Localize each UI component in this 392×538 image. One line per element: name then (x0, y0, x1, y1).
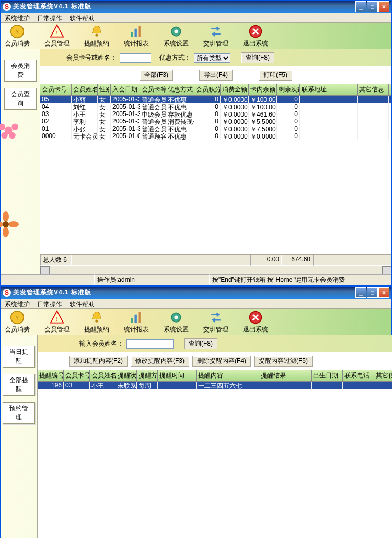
svg-rect-6 (135, 28, 137, 37)
print-button[interactable]: 打印(F5) (259, 70, 292, 81)
tb-shift[interactable]: 交班管理 (203, 310, 228, 334)
app-logo-icon: S (3, 289, 11, 297)
side-consume[interactable]: 会员消费 (4, 60, 37, 82)
table-row[interactable]: 01小张女2005-01-31普通会员不优惠0￥0.00000￥7.500000 (40, 125, 391, 132)
card-input[interactable] (120, 53, 151, 63)
table-row[interactable]: 04刘红女2005-01-31普通会员不优惠0￥0.00000￥100.0000… (40, 103, 391, 110)
gear-icon (169, 24, 183, 39)
query-button[interactable]: 查询(F8) (241, 52, 274, 63)
menu-help[interactable]: 软件帮助 (67, 300, 97, 307)
tb-remind[interactable]: 提醒预约 (84, 24, 109, 48)
close-button[interactable]: × (378, 287, 389, 298)
toolbar: ¥会员消费 !会员管理 提醒预约 统计报表 系统设置 交班管理 退出系统 (1, 309, 391, 335)
swap-icon (209, 24, 223, 39)
svg-rect-28 (139, 312, 141, 323)
menubar: 系统维护 日常操作 软件帮助 (1, 13, 391, 23)
sidebar: 当日提醒 全部提醒 预约管理 (1, 335, 37, 538)
window-title: 美发管理系统V4.1 标准版 (13, 2, 355, 11)
svg-point-13 (11, 124, 18, 131)
add-remind-button[interactable]: 添加提醒内容(F2) (69, 356, 128, 367)
close-button[interactable]: × (378, 1, 389, 12)
menu-daily[interactable]: 日常操作 (35, 14, 64, 21)
discount-select[interactable]: 所有类型 (194, 53, 230, 63)
menu-system[interactable]: 系统维护 (3, 14, 32, 21)
tb-shift[interactable]: 交班管理 (203, 24, 228, 48)
grid-body[interactable]: 05小丽女2005-01-31普通会员不优惠0￥0.00000￥100.0000… (40, 96, 391, 254)
maximize-button[interactable]: □ (367, 287, 378, 298)
exit-icon (248, 310, 263, 325)
swap-icon (209, 310, 223, 325)
svg-point-30 (175, 315, 178, 319)
app-logo-icon: S (3, 3, 11, 11)
svg-point-19 (8, 221, 19, 227)
action-row: 添加提醒内容(F2) 修改提醒内容(F3) 删除提醒内容(F4) 提醒内容过滤(… (38, 352, 392, 370)
minimize-button[interactable]: _ (355, 287, 366, 298)
tb-settings[interactable]: 系统设置 (164, 24, 189, 48)
chart-icon (129, 24, 144, 39)
tb-exit[interactable]: 退出系统 (243, 310, 268, 334)
minimize-button[interactable]: _ (355, 1, 366, 12)
export-button[interactable]: 导出(F4) (199, 70, 233, 81)
name-label: 输入会员姓名： (79, 339, 123, 348)
table-row[interactable]: 0000无卡会员女2005-01-01普通顾客不优惠0￥0.00000￥0.00… (40, 132, 391, 140)
edit-remind-button[interactable]: 修改提醒内容(F3) (131, 356, 189, 367)
filter-remind-button[interactable]: 提醒内容过滤(F5) (254, 356, 313, 367)
window-members: S 美发管理系统V4.1 标准版 _ □ × 系统维护 日常操作 软件帮助 ¥会… (0, 0, 392, 286)
toolbar: ¥会员消费 !会员管理 提醒预约 统计报表 系统设置 交班管理 退出系统 (1, 23, 391, 49)
tb-remind[interactable]: 提醒预约 (84, 310, 109, 334)
grid-footer: 总人数 6 0.00 674.60 (40, 254, 391, 266)
hscrollbar[interactable] (40, 266, 391, 274)
svg-point-16 (3, 211, 9, 222)
tb-report[interactable]: 统计报表 (124, 24, 149, 48)
menu-system[interactable]: 系统维护 (3, 300, 32, 307)
sidebar: 会员消费 会员查询 (1, 49, 40, 274)
menu-daily[interactable]: 日常操作 (35, 300, 64, 307)
coin-icon: ¥ (10, 24, 25, 39)
query-button[interactable]: 查询(F8) (184, 338, 217, 349)
side-today-remind[interactable]: 当日提醒 (3, 346, 35, 368)
table-row[interactable]: 03小王女2005-01-31中级会员存款优惠0￥0.00000￥461.600… (40, 110, 391, 118)
side-all-remind[interactable]: 全部提醒 (3, 374, 35, 396)
titlebar: S 美发管理系统V4.1 标准版 _ □ × (1, 287, 391, 299)
menu-help[interactable]: 软件帮助 (67, 14, 97, 21)
side-query[interactable]: 会员查询 (4, 88, 37, 110)
grid-header: 会员卡号 会员姓名 性别 入会日期 会员卡等级 优惠方式 会员积分 消费金额 卡… (40, 84, 391, 96)
table-row[interactable]: 02李利女2005-01-31普通会员消费转现金0￥0.00000￥5.5000… (40, 118, 391, 125)
all-button[interactable]: 全部(F3) (140, 70, 173, 81)
card-label: 会员卡号或姓名： (66, 53, 117, 62)
tb-settings[interactable]: 系统设置 (164, 310, 189, 334)
discount-label: 优惠方式： (159, 53, 191, 62)
warning-icon: ! (50, 310, 64, 325)
window-reminders: S 美发管理系统V4.1 标准版 _ □ × 系统维护 日常操作 软件帮助 ¥会… (0, 286, 392, 538)
svg-rect-26 (131, 318, 133, 323)
tb-member-consume[interactable]: ¥会员消费 (5, 310, 30, 334)
svg-rect-27 (135, 314, 137, 323)
tb-exit[interactable]: 退出系统 (243, 24, 268, 48)
svg-point-15 (9, 132, 16, 139)
svg-point-20 (3, 221, 9, 227)
grid-header: 提醒编号 会员卡号 会员姓名 提醒状态 提醒方式 提醒时间 提醒内容 提醒结果 … (38, 370, 392, 382)
del-remind-button[interactable]: 删除提醒内容(F4) (192, 356, 251, 367)
maximize-button[interactable]: □ (367, 1, 378, 12)
svg-point-25 (95, 319, 98, 322)
svg-point-4 (95, 33, 98, 36)
name-input[interactable] (126, 339, 174, 349)
svg-rect-7 (139, 26, 141, 37)
table-row[interactable]: 05小丽女2005-01-31普通会员不优惠0￥0.00000￥100.0000… (40, 96, 391, 103)
search-bar: 输入会员姓名： 查询(F8) (38, 335, 392, 352)
svg-point-9 (175, 29, 178, 33)
svg-point-17 (3, 227, 9, 237)
grid-body[interactable]: 19603小王未联系每周一二三四五六七 (38, 382, 392, 538)
titlebar: S 美发管理系统V4.1 标准版 _ □ × (1, 1, 391, 13)
table-row[interactable]: 19603小王未联系每周一二三四五六七 (38, 382, 392, 389)
tb-report[interactable]: 统计报表 (124, 310, 149, 334)
tb-member-consume[interactable]: ¥会员消费 (5, 24, 30, 48)
action-row: 全部(F3) 导出(F4) 打印(F5) (40, 66, 391, 84)
menubar: 系统维护 日常操作 软件帮助 (1, 299, 391, 309)
side-appoint[interactable]: 预约管理 (3, 402, 35, 424)
tb-member-manage[interactable]: !会员管理 (44, 24, 70, 48)
chart-icon (129, 310, 144, 325)
tb-member-manage[interactable]: !会员管理 (44, 310, 70, 334)
svg-point-11 (5, 127, 13, 134)
status-tip: 按"End"键打开钱箱 按"Home"键用无卡会员消费 (210, 274, 391, 285)
